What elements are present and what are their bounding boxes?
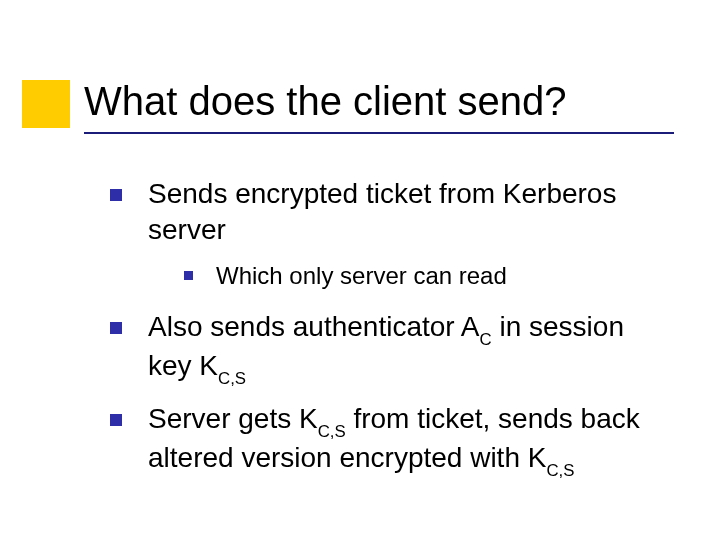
bullet-square-icon <box>110 189 122 201</box>
bullet-square-icon <box>110 414 122 426</box>
bullet-3-text: Server gets KC,S from ticket, sends back… <box>148 403 640 473</box>
bullet-square-icon <box>110 322 122 334</box>
slide-title: What does the client send? <box>84 78 680 124</box>
title-accent-square <box>22 80 70 128</box>
bullet-1a-text: Which only server can read <box>216 262 507 289</box>
bullet-2: Also sends authenticator AC in session k… <box>110 309 660 387</box>
body-area: Sends encrypted ticket from Kerberos ser… <box>110 176 660 493</box>
bullet-2-text: Also sends authenticator AC in session k… <box>148 311 624 381</box>
title-underline <box>84 132 674 134</box>
bullet-1-text: Sends encrypted ticket from Kerberos ser… <box>148 178 616 245</box>
bullet-1a: Which only server can read <box>184 260 660 291</box>
bullet-3: Server gets KC,S from ticket, sends back… <box>110 401 660 479</box>
bullet-square-icon <box>184 271 193 280</box>
title-area: What does the client send? <box>84 78 680 124</box>
bullet-1: Sends encrypted ticket from Kerberos ser… <box>110 176 660 291</box>
slide: What does the client send? Sends encrypt… <box>0 0 720 540</box>
